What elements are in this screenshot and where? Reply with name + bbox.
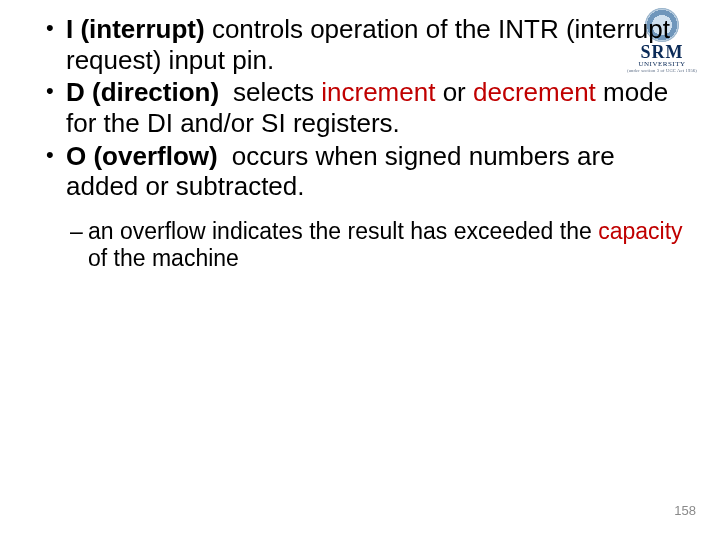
bullet-direction-red-decrement: decrement: [473, 77, 596, 107]
bullet-direction-text-b: or: [435, 77, 473, 107]
bullet-interrupt: I (interrupt) controls operation of the …: [46, 14, 690, 75]
bullet-list: I (interrupt) controls operation of the …: [30, 14, 690, 202]
bullet-direction: D (direction)selects increment or decrem…: [46, 77, 690, 138]
sub-bullet-text-a: an overflow indicates the result has exc…: [88, 218, 598, 244]
sub-bullet-overflow-note: an overflow indicates the result has exc…: [70, 218, 690, 272]
bullet-direction-bold: D (direction): [66, 77, 219, 107]
bullet-interrupt-bold: I (interrupt): [66, 14, 205, 44]
bullet-direction-red-increment: increment: [321, 77, 435, 107]
bullet-overflow: O (overflow)occurs when signed numbers a…: [46, 141, 690, 202]
sub-bullet-text-b: of the machine: [88, 245, 239, 271]
bullet-direction-text-a: selects: [233, 77, 321, 107]
page-number: 158: [674, 503, 696, 518]
bullet-overflow-bold: O (overflow): [66, 141, 218, 171]
sub-bullet-list: an overflow indicates the result has exc…: [30, 218, 690, 272]
sub-bullet-red-capacity: capacity: [598, 218, 682, 244]
